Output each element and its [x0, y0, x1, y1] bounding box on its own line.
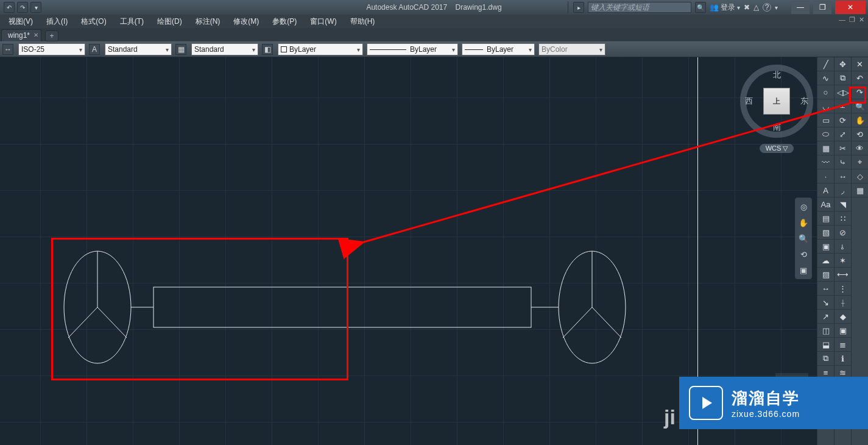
- tool-measure-icon[interactable]: ⟊: [834, 296, 851, 310]
- qat-redo-button[interactable]: ↷: [17, 2, 28, 13]
- infocenter-search-input[interactable]: 键入关键字或短语: [588, 2, 691, 13]
- tool-erase-icon[interactable]: ✕: [852, 57, 868, 71]
- tool-region-icon[interactable]: ▧: [817, 226, 834, 240]
- qat-undo-button[interactable]: ↶: [4, 2, 15, 13]
- tool-layer-icon[interactable]: ≣: [834, 338, 851, 352]
- tool-rotate-icon[interactable]: ⟳: [834, 113, 851, 127]
- window-minimize-button[interactable]: —: [791, 1, 810, 14]
- dimstyle-combo[interactable]: ISO-25▾: [18, 43, 85, 55]
- menu-parametric[interactable]: 参数(P): [266, 15, 303, 28]
- linetype-combo[interactable]: ByLayer▾: [367, 43, 458, 55]
- nav-orbit-icon[interactable]: ⟲: [797, 248, 810, 260]
- layer-color-combo[interactable]: ByLayer▾: [278, 43, 363, 55]
- tool-divide-icon[interactable]: ⋮: [834, 282, 851, 296]
- tool-view-icon[interactable]: 👁: [852, 141, 868, 155]
- menu-tools[interactable]: 工具(T): [114, 15, 150, 28]
- tablestyle-combo[interactable]: Standard▾: [191, 43, 258, 55]
- viewcube-compass[interactable]: 北 南 西 东 上: [740, 65, 813, 138]
- menu-dimension[interactable]: 标注(N): [189, 15, 227, 28]
- color-icon[interactable]: ◧: [262, 44, 273, 55]
- tool-block-icon[interactable]: ◫: [817, 324, 834, 338]
- wcs-indicator[interactable]: WCS ▽: [760, 144, 794, 153]
- menu-insert[interactable]: 插入(I): [40, 15, 74, 28]
- help-icon[interactable]: ?: [763, 3, 771, 12]
- tool-spline-icon[interactable]: 〰: [817, 155, 834, 169]
- tool-undo-icon[interactable]: ↶: [852, 71, 868, 85]
- tool-lengthen-icon[interactable]: ⟷: [834, 268, 851, 282]
- tool-lead-icon[interactable]: ↘: [817, 296, 834, 310]
- tool-table-icon[interactable]: ▤: [817, 212, 834, 226]
- window-close-button[interactable]: ✕: [835, 1, 866, 14]
- textstyle-combo[interactable]: Standard▾: [105, 43, 172, 55]
- document-tab-active[interactable]: wing1* ✕: [1, 29, 41, 41]
- tool-pline-icon[interactable]: ∿: [817, 71, 834, 85]
- window-maximize-button[interactable]: ❐: [813, 1, 831, 14]
- tool-xref-icon[interactable]: ⧉: [817, 352, 834, 366]
- menu-draw[interactable]: 绘图(D): [151, 15, 188, 28]
- tab-close-icon[interactable]: ✕: [34, 32, 38, 38]
- chevron-down-icon[interactable]: ▾: [737, 4, 740, 11]
- tool-move-icon[interactable]: ✥: [834, 57, 851, 71]
- tool-bound-icon[interactable]: ▣: [817, 240, 834, 254]
- viewcube-north[interactable]: 北: [773, 69, 781, 80]
- menu-window[interactable]: 窗口(W): [304, 15, 342, 28]
- exchange-icon[interactable]: ✖: [744, 3, 750, 12]
- tool-zoom-icon[interactable]: 🔍: [852, 99, 868, 113]
- textstyle-icon[interactable]: A: [89, 44, 100, 55]
- menu-format[interactable]: 格式(O): [75, 15, 112, 28]
- tool-text-icon[interactable]: A: [817, 183, 834, 198]
- tool-fillet-icon[interactable]: ◞: [834, 183, 851, 198]
- infocenter-arrow-icon[interactable]: ▸: [573, 2, 584, 13]
- help-dropdown-icon[interactable]: ▾: [775, 4, 778, 11]
- search-icon[interactable]: 🔍: [695, 2, 706, 13]
- tool-props-icon[interactable]: ℹ: [834, 352, 851, 366]
- viewcube-east[interactable]: 东: [800, 96, 808, 107]
- tool-point-icon[interactable]: ·: [817, 169, 834, 183]
- tool-cloud-icon[interactable]: ☁: [817, 254, 834, 268]
- doc-close-button[interactable]: ✕: [859, 16, 864, 24]
- tool-arc-icon[interactable]: ◡: [817, 99, 834, 113]
- new-tab-button[interactable]: +: [45, 30, 58, 41]
- tool-array-icon[interactable]: ∷: [834, 212, 851, 226]
- tool-line-icon[interactable]: ╱: [817, 57, 834, 71]
- tool-mlead-icon[interactable]: ↗: [817, 310, 834, 324]
- menu-view[interactable]: 视图(V): [2, 15, 39, 28]
- tool-grid-icon[interactable]: ▦: [852, 183, 868, 198]
- viewcube-south[interactable]: 南: [773, 122, 781, 133]
- tool-explode-icon[interactable]: ✶: [834, 254, 851, 268]
- tool-group-icon[interactable]: ▣: [834, 324, 851, 338]
- qat-dropdown-button[interactable]: ▾: [30, 2, 41, 13]
- tool-redo-icon[interactable]: ↷: [852, 85, 868, 99]
- tool-ins-icon[interactable]: ⬓: [817, 338, 834, 352]
- tool-stretch-icon[interactable]: ↔: [834, 169, 851, 183]
- tool-trim-icon[interactable]: ✂: [834, 141, 851, 155]
- tool-extend-icon[interactable]: ⤷: [834, 155, 851, 169]
- tool-grip-icon[interactable]: ◆: [834, 310, 851, 324]
- doc-restore-button[interactable]: ❐: [849, 16, 855, 24]
- autodesk-icon[interactable]: △: [753, 3, 759, 12]
- tool-mtext-icon[interactable]: Aa: [817, 198, 834, 212]
- viewcube-face-top[interactable]: 上: [763, 88, 790, 115]
- tool-offset-icon[interactable]: ⫠: [834, 99, 851, 113]
- tool-rect-icon[interactable]: ▭: [817, 113, 834, 127]
- tool-hatch-icon[interactable]: ▦: [817, 141, 834, 155]
- lineweight-combo[interactable]: ByLayer▾: [462, 43, 535, 55]
- menu-help[interactable]: 帮助(H): [344, 15, 381, 28]
- signin-button[interactable]: 登录: [721, 2, 735, 13]
- tool-join-icon[interactable]: ⫰: [834, 240, 851, 254]
- tool-dim-icon[interactable]: ↔: [817, 282, 834, 296]
- nav-showmotion-icon[interactable]: ▣: [797, 264, 810, 276]
- nav-zoom-icon[interactable]: 🔍: [797, 232, 810, 244]
- dimstyle-icon[interactable]: ↔: [2, 44, 13, 55]
- plotstyle-combo[interactable]: ByColor▾: [538, 43, 605, 55]
- tool-mirror-icon[interactable]: ◁▷: [834, 85, 851, 99]
- tool-circle-icon[interactable]: ○: [817, 85, 834, 99]
- doc-minimize-button[interactable]: —: [839, 16, 845, 24]
- tool-wipe-icon[interactable]: ▨: [817, 268, 834, 282]
- tablestyle-icon[interactable]: ▦: [175, 44, 186, 55]
- tool-break-icon[interactable]: ⊘: [834, 226, 851, 240]
- tool-snap-icon[interactable]: ◇: [852, 169, 868, 183]
- tool-orbit-icon[interactable]: ⟲: [852, 127, 868, 141]
- nav-pan-icon[interactable]: ✋: [797, 216, 810, 229]
- tool-scale-icon[interactable]: ⤢: [834, 127, 851, 141]
